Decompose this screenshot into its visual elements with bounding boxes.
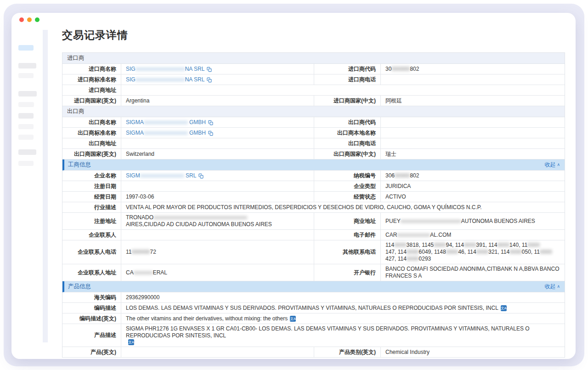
window-maximize-button[interactable]: [35, 17, 40, 22]
table-row: 编码描述(英文)The other vitamins and their der…: [62, 313, 565, 324]
table-row: 进口商地址: [62, 85, 565, 96]
field-label: 企业联系人地址: [62, 264, 121, 281]
table-row: 注册日期企业类型JURIDICA: [62, 181, 565, 192]
field-value: CARxxxxxxxxxxxxAL.COM: [381, 230, 565, 240]
field-value: 瑞士: [381, 149, 565, 159]
value-text: 阿根廷: [385, 97, 402, 104]
sidebar-skeleton-bar: [18, 91, 37, 97]
collapse-toggle[interactable]: 收起∧: [544, 283, 560, 290]
window-close-button[interactable]: [19, 17, 24, 22]
field-value: PUEYxxxxxxxxxxxxxxxxxxxxxxAUTONOMA BUENO…: [381, 213, 565, 229]
redacted-text: 8888: [446, 249, 458, 256]
page-title: 交易记录详情: [62, 28, 565, 42]
copy-icon[interactable]: [208, 131, 213, 136]
value-text: 6049, 1148: [419, 249, 446, 256]
company-link[interactable]: SIGxxxxxxxxxxxxxxxxxxNA SRL: [121, 64, 314, 74]
field-label: 进口商名称: [62, 64, 121, 74]
redacted-text: 8888: [407, 249, 419, 256]
value-text: JURIDICA: [385, 183, 411, 190]
value-text: SRL: [184, 172, 197, 179]
field-label: 企业联系人电话: [62, 240, 121, 264]
value-text: 140, 11: [509, 242, 527, 249]
field-value: 1997-03-06: [121, 192, 314, 202]
table-row: 企业联系人地址CAxxxxxxxERAL开户银行BANCO COMAFI SOC…: [62, 264, 565, 281]
sidebar-skeleton-bar: [18, 102, 34, 107]
value-text: Chemical Industry: [385, 349, 430, 356]
value-text: SIGMA: [126, 130, 144, 137]
field-value: 30888888802: [381, 64, 565, 74]
sidebar-skeleton-bar: [18, 135, 34, 140]
value-text: 72: [150, 249, 156, 256]
field-label: 出口商电话: [314, 138, 381, 148]
field-value: [381, 74, 565, 85]
redacted-text: xxxxxxx: [134, 269, 153, 276]
field-value: [381, 128, 565, 138]
value-text: BANCO COMAFI SOCIEDAD ANONIMA,CITIBANK N…: [385, 266, 560, 279]
field-label: 进口商国家(中文): [314, 96, 381, 106]
translate-icon[interactable]: 文A: [128, 339, 134, 345]
company-link[interactable]: SIGMxxxxxxxxxxxxxxxx SRL: [121, 171, 314, 181]
field-label: 出口商标准名称: [62, 128, 121, 138]
value-text: 29362990000: [126, 294, 159, 301]
copy-icon[interactable]: [208, 120, 213, 125]
field-label: 注册日期: [62, 181, 121, 191]
field-value: TRONADOxxxxxxxxxxxxxxxxxxxxxxxxxxxxxxxxx…: [121, 213, 314, 229]
value-text: NA SRL: [185, 66, 205, 73]
field-value: Argentina: [121, 96, 314, 106]
field-label: 出口商地址: [62, 138, 121, 148]
value-text: AUTONOMA BUENOS AIRES: [461, 218, 535, 225]
translate-icon[interactable]: 文A: [501, 305, 507, 311]
value-text: 30: [385, 66, 391, 73]
value-text: GMBH: [188, 130, 206, 137]
field-label: 纳税编号: [314, 171, 381, 181]
company-link[interactable]: SIGMAxxxxxxxxxxxxxxxx GMBH: [121, 117, 314, 127]
sidebar-skeleton-bar: [18, 149, 36, 155]
field-label: 编码描述(英文): [62, 313, 121, 324]
sidebar-skeleton-bar: [18, 113, 34, 119]
field-label: 进口商地址: [62, 85, 121, 95]
field-label: 电子邮件: [314, 230, 381, 240]
table-row: 行业描述VENTA AL POR MAYOR DE PRODUCTOS INTE…: [62, 202, 565, 213]
value-text: 802: [410, 66, 419, 73]
field-value: 29362990000: [121, 292, 565, 302]
field-value: JURIDICA: [381, 181, 565, 191]
field-value: 1188888872: [121, 240, 314, 264]
sidebar-skeleton-bar-active: [18, 45, 34, 51]
redacted-text: xxxxxxxxxxxxxxxxxx: [136, 66, 185, 73]
field-value: Switzerland: [121, 149, 314, 159]
field-value: The other vitamins and their derivatives…: [121, 313, 565, 324]
table-row: 经营日期1997-03-06经营状态ACTIVO: [62, 192, 565, 202]
sidebar-skeleton-bar: [18, 161, 34, 166]
field-label: 注册地址: [62, 213, 121, 229]
company-link[interactable]: SIGxxxxxxxxxxxxxxxxxxNA SRL: [121, 74, 314, 85]
value-text: 94, 114: [446, 242, 464, 249]
field-label: 进口商电话: [314, 74, 381, 85]
redacted-text: xxxxxxxxxxxx: [397, 232, 430, 239]
table-row: 出口商国家(英文)Switzerland出口商国家(中文)瑞士: [62, 149, 565, 159]
field-value: [121, 181, 314, 191]
translate-icon[interactable]: 文A: [290, 316, 296, 322]
value-text: AL.COM: [430, 232, 451, 239]
value-text: Switzerland: [126, 151, 154, 158]
sidebar-skeleton-bar: [18, 73, 34, 78]
field-label: 进口商国家(英文): [62, 96, 121, 106]
redacted-text: 8888: [527, 242, 540, 249]
copy-icon[interactable]: [198, 173, 204, 179]
company-link[interactable]: SIGMAxxxxxxxxxxxxxxxx GMBH: [121, 128, 314, 138]
field-label: 经营日期: [62, 192, 121, 202]
field-value: [121, 230, 314, 240]
window-controls: [19, 17, 40, 22]
sidebar-skeleton-bar: [18, 124, 34, 129]
copy-icon[interactable]: [207, 77, 212, 83]
value-text: 050, 11: [522, 249, 540, 256]
table-row: 出口商标准名称SIGMAxxxxxxxxxxxxxxxx GMBH出口商本地名称: [62, 128, 565, 138]
table-row: 出口商名称SIGMAxxxxxxxxxxxxxxxx GMBH出口商代码: [62, 117, 565, 128]
redacted-text: 888888: [131, 249, 150, 256]
field-label: 出口商国家(英文): [62, 149, 121, 159]
window-minimize-button[interactable]: [27, 17, 32, 22]
copy-icon[interactable]: [207, 67, 212, 72]
field-value: BANCO COMAFI SOCIEDAD ANONIMA,CITIBANK N…: [381, 264, 565, 281]
value-text: VENTA AL POR MAYOR DE PRODUCTOS INTERMED…: [126, 204, 482, 211]
collapse-toggle[interactable]: 收起∧: [544, 161, 560, 169]
value-text: 147, 114: [385, 249, 407, 256]
